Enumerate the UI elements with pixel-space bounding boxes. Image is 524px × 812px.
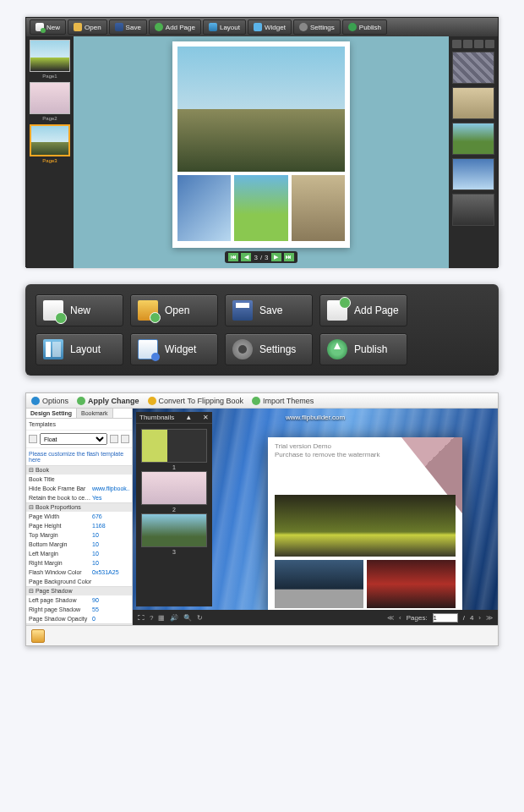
prop-row[interactable]: Top Margin10 [26, 530, 132, 540]
page-input[interactable] [433, 613, 458, 623]
prop-value[interactable]: Yes [92, 493, 129, 502]
add-page-button[interactable]: Add Page [319, 294, 407, 326]
new-button[interactable]: New [35, 294, 123, 326]
thumbnails-icon[interactable]: ▦ [158, 614, 165, 622]
zoom-icon[interactable]: 🔍 [183, 614, 192, 622]
asset-thumb-3[interactable] [452, 123, 494, 155]
thumbnails-close-icon[interactable]: ✕ [203, 414, 209, 421]
widget-button[interactable]: Widget [130, 333, 218, 365]
tb-open[interactable]: Open [68, 19, 107, 35]
import-themes-button[interactable]: Import Themes [252, 397, 314, 405]
last-page-button[interactable]: ⏭ [284, 253, 294, 261]
preview-thumb-1-num: 1 [142, 464, 206, 470]
tb-addpage[interactable]: Add Page [149, 19, 201, 35]
asset-thumb-5[interactable] [452, 194, 494, 226]
last-icon[interactable]: ≫ [486, 614, 493, 622]
prop-value[interactable]: 10 [92, 530, 129, 540]
asset-tab-1[interactable] [452, 40, 461, 48]
tb-layout[interactable]: Layout [203, 19, 246, 35]
thumbnails-pin-icon[interactable]: ▲ [185, 414, 192, 421]
flipbook-page[interactable]: Trial version Demo Purchase to remove th… [268, 437, 462, 615]
settings-button[interactable]: Settings [225, 333, 313, 365]
sound-icon[interactable]: 🔊 [170, 614, 178, 622]
canvas-image-1[interactable] [177, 175, 231, 241]
tb-save[interactable]: Save [109, 19, 147, 35]
prop-row[interactable]: Page Shadow Opacity0 [26, 614, 132, 623]
options-button[interactable]: Options [31, 397, 68, 405]
prop-value[interactable]: www.flipbook... [92, 484, 129, 493]
prop-value[interactable]: 10 [92, 558, 129, 568]
page-thumb-1[interactable] [30, 40, 70, 72]
prop-value[interactable] [92, 577, 129, 586]
prev-page-button[interactable]: ◀ [241, 253, 251, 261]
prop-row[interactable]: Hide Book Frame Barwww.flipbook... [26, 484, 132, 493]
preview-thumb-3[interactable]: 3 [141, 513, 207, 547]
template-browse[interactable] [110, 435, 118, 443]
prev-icon[interactable]: ‹ [399, 614, 401, 622]
prop-group[interactable]: ⊟ Page Shadow [26, 586, 132, 595]
tb-new[interactable]: New [30, 19, 66, 35]
tab-design-setting[interactable]: Design Setting [26, 409, 77, 418]
template-select[interactable]: Float [40, 433, 107, 445]
next-page-button[interactable]: ▶ [271, 253, 281, 261]
tb-publish[interactable]: Publish [342, 19, 387, 35]
prop-row[interactable]: Right Margin10 [26, 558, 132, 568]
asset-tab-3[interactable] [474, 40, 483, 48]
prop-row[interactable]: Page Height1168 [26, 521, 132, 530]
first-icon[interactable]: ≪ [387, 614, 394, 622]
open-button[interactable]: Open [130, 294, 218, 326]
preview-thumb-2[interactable]: 2 [141, 471, 207, 505]
prop-value[interactable]: 10 [92, 549, 129, 558]
preview-thumb-1[interactable]: 1 [141, 429, 207, 463]
page-thumb-3-label: Page3 [30, 158, 70, 163]
layout-button[interactable]: Layout [35, 333, 123, 365]
apply-change-button[interactable]: Apply Change [77, 397, 139, 405]
prop-group[interactable]: ⊟ Book Proportions [26, 502, 132, 512]
autoflip-icon[interactable]: ↻ [197, 614, 203, 622]
prop-key: Retain the book to center [29, 493, 92, 502]
prop-value[interactable]: 0 [92, 614, 129, 623]
asset-thumb-1[interactable] [452, 52, 494, 84]
prop-row[interactable]: Left Margin10 [26, 549, 132, 558]
canvas-image-2[interactable] [234, 175, 287, 241]
prop-value[interactable]: 10 [92, 540, 129, 549]
help-icon[interactable]: ? [150, 614, 153, 622]
prop-row[interactable]: Bottom Margin10 [26, 540, 132, 549]
prop-value[interactable]: 0x531A25 [92, 568, 129, 577]
asset-tab-2[interactable] [463, 40, 472, 48]
fullscreen-icon[interactable]: ⛶ [138, 614, 145, 622]
page-thumb-2[interactable] [30, 82, 70, 114]
widget-icon [138, 339, 158, 359]
tab-bookmark[interactable]: Bookmark [77, 409, 113, 418]
prop-value[interactable]: 1168 [92, 521, 129, 530]
save-button[interactable]: Save [225, 294, 313, 326]
prop-row[interactable]: Left page Shadow90 [26, 595, 132, 605]
first-page-button[interactable]: ⏮ [228, 253, 238, 261]
prop-value[interactable]: 90 [92, 595, 129, 605]
prop-row[interactable]: Page Background Color [26, 577, 132, 586]
prop-row[interactable]: Flash Window Color0x531A25 [26, 568, 132, 577]
prop-row[interactable]: Page Width676 [26, 512, 132, 521]
asset-thumb-4[interactable] [452, 158, 494, 190]
prop-value[interactable]: 55 [92, 605, 129, 614]
publish-button[interactable]: Publish [319, 333, 407, 365]
prop-value[interactable] [92, 475, 129, 484]
prop-value[interactable]: 676 [92, 512, 129, 521]
tb-settings[interactable]: Settings [293, 19, 341, 35]
canvas-main-image[interactable] [177, 47, 345, 172]
canvas-image-3[interactable] [292, 175, 345, 241]
asset-thumb-2[interactable] [452, 87, 494, 119]
tb-widget[interactable]: Widget [248, 19, 292, 35]
template-swatch[interactable] [29, 435, 37, 443]
page-thumb-3[interactable] [30, 124, 70, 156]
prop-group[interactable]: ⊟ Book [26, 465, 132, 475]
prop-row[interactable]: Retain the book to centerYes [26, 493, 132, 502]
convert-button[interactable]: Convert To Flipping Book [148, 397, 243, 405]
asset-tab-4[interactable] [485, 40, 494, 48]
next-icon[interactable]: › [478, 614, 481, 622]
prop-row[interactable]: Book Title [26, 475, 132, 484]
page-canvas[interactable] [172, 41, 350, 248]
template-refresh[interactable] [121, 435, 129, 443]
footer-button[interactable] [31, 629, 45, 643]
prop-row[interactable]: Right page Shadow55 [26, 605, 132, 614]
